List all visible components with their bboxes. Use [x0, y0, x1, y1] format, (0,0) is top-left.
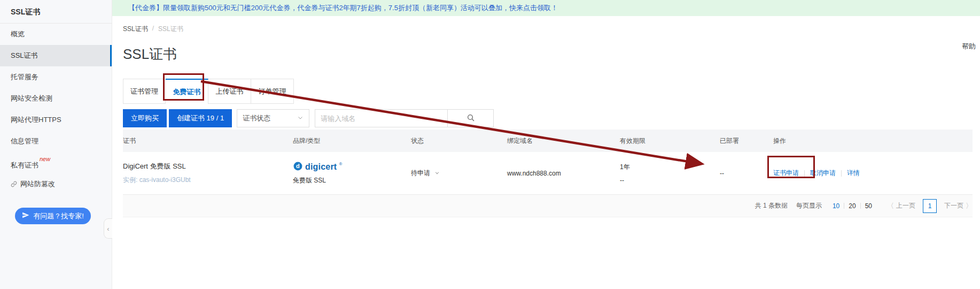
column-header-status: 状态: [411, 136, 507, 146]
registered-mark: ®: [339, 162, 342, 166]
brand-name: digicert: [305, 162, 337, 172]
status-value: 待申请: [411, 169, 430, 178]
sidebar: SSL证书 概览 SSL证书 托管服务 网站安全检测 网站代理HTTPS 信息管…: [0, 0, 112, 289]
promo-banner-text: 【代金券】限量领取新购500元和无门槛200元代金券，代金券与证书2年期7折起购…: [128, 4, 558, 12]
search-button[interactable]: [447, 110, 493, 127]
pagination-bar: 共 1 条数据 每页显示 10 20 50 〈 上一页 1 下一页 〉: [123, 195, 973, 217]
sidebar-item-hosting-service[interactable]: 托管服务: [0, 66, 112, 88]
domain-search-group: [315, 109, 494, 127]
action-divider: [841, 170, 842, 177]
link-icon: [11, 174, 17, 196]
action-divider: [804, 170, 805, 177]
current-page-indicator[interactable]: 1: [923, 199, 937, 213]
content-area: SSL证书 / SSL证书 帮助 SSL证书 证书管理 免费证书 上传证书 订单…: [112, 25, 980, 217]
sidebar-title: SSL证书: [0, 0, 112, 24]
sidebar-item-private-certificates[interactable]: 私有证书new: [0, 152, 112, 173]
breadcrumb-root[interactable]: SSL证书: [123, 25, 148, 34]
bound-domain: www.ndch888.com: [507, 170, 620, 177]
certificate-name: DigiCert 免费版 SSL: [123, 162, 293, 171]
sidebar-collapse-handle[interactable]: ‹: [104, 218, 112, 239]
digicert-logo-icon: d: [293, 161, 303, 173]
ask-expert-button[interactable]: 有问题？找专家!: [15, 208, 91, 224]
certificates-table: 证书 品牌/类型 状态 绑定域名 有效期限 已部署 操作 DigiCert 免费…: [123, 130, 973, 217]
breadcrumb-separator: /: [152, 25, 154, 34]
page-title: SSL证书: [123, 44, 973, 64]
tab-bar: 证书管理 免费证书 上传证书 订单管理: [123, 79, 973, 104]
buy-now-button[interactable]: 立即购买: [123, 109, 167, 127]
svg-text:d: d: [296, 163, 300, 169]
sidebar-item-site-proxy-https[interactable]: 网站代理HTTPS: [0, 109, 112, 131]
tab-free-certificates[interactable]: 免费证书: [166, 79, 208, 104]
certificate-instance-id: 实例: cas-ivauto-i3GUbt: [123, 176, 293, 185]
sidebar-item-ssl-certificates[interactable]: SSL证书: [0, 45, 112, 66]
chevron-left-icon: 〈: [887, 201, 894, 211]
new-badge: new: [40, 156, 50, 162]
column-header-bound-domain: 绑定域名: [507, 136, 620, 146]
validity-value: 1年: [620, 163, 720, 172]
previous-page-button[interactable]: 〈 上一页: [887, 201, 915, 211]
paper-plane-icon: [22, 211, 29, 220]
sidebar-item-info-management[interactable]: 信息管理: [0, 131, 112, 152]
chevron-left-icon: ‹: [107, 225, 109, 233]
cancel-application-link[interactable]: 取消申请: [810, 169, 836, 178]
total-count-text: 共 1 条数据: [755, 201, 788, 210]
domain-search-input[interactable]: [315, 110, 447, 127]
row-actions: 证书申请 取消申请 详情: [773, 169, 973, 178]
column-header-brand-type: 品牌/类型: [293, 136, 411, 146]
page-size-20[interactable]: 20: [844, 202, 860, 210]
toolbar: 立即购买 创建证书 19 / 1 证书状态: [123, 109, 973, 127]
brand-type: 免费版 SSL: [293, 176, 411, 185]
column-header-deployed: 已部署: [720, 136, 773, 146]
breadcrumb: SSL证书 / SSL证书: [123, 25, 973, 34]
deployed-value: --: [720, 170, 773, 177]
create-certificate-button[interactable]: 创建证书 19 / 1: [169, 109, 232, 127]
status-dropdown[interactable]: 待申请: [411, 169, 507, 178]
promo-banner[interactable]: 【代金券】限量领取新购500元和无门槛200元代金券，代金券与证书2年期7折起购…: [112, 0, 980, 16]
help-link[interactable]: 帮助: [962, 42, 976, 51]
search-icon: [466, 113, 475, 124]
column-header-actions: 操作: [773, 136, 973, 146]
validity-sub-value: --: [620, 177, 720, 184]
sidebar-nav: 概览 SSL证书 托管服务 网站安全检测 网站代理HTTPS 信息管理 私有证书…: [0, 24, 112, 195]
next-page-button[interactable]: 下一页 〉: [944, 201, 973, 211]
column-header-certificate: 证书: [123, 136, 293, 146]
page-size-10[interactable]: 10: [828, 202, 844, 210]
details-link[interactable]: 详情: [847, 169, 860, 178]
sidebar-item-anti-tamper[interactable]: 网站防篡改: [0, 173, 112, 195]
ssl-console-window: SSL证书 概览 SSL证书 托管服务 网站安全检测 网站代理HTTPS 信息管…: [0, 0, 980, 289]
per-page-label: 每页显示: [796, 201, 822, 210]
main-content: 【代金券】限量领取新购500元和无门槛200元代金券，代金券与证书2年期7折起购…: [112, 0, 980, 289]
sidebar-item-overview[interactable]: 概览: [0, 24, 112, 45]
column-header-validity: 有效期限: [620, 136, 720, 146]
certificate-status-filter[interactable]: 证书状态: [237, 109, 309, 127]
tab-cert-management[interactable]: 证书管理: [123, 79, 166, 104]
tab-order-management[interactable]: 订单管理: [251, 79, 294, 104]
chevron-down-icon: [434, 170, 440, 177]
table-header-row: 证书 品牌/类型 状态 绑定域名 有效期限 已部署 操作: [123, 130, 973, 152]
sidebar-item-site-security-check[interactable]: 网站安全检测: [0, 88, 112, 109]
table-row: DigiCert 免费版 SSL 实例: cas-ivauto-i3GUbt d: [123, 152, 973, 195]
tab-upload-certificate[interactable]: 上传证书: [208, 79, 251, 104]
chevron-down-icon: [297, 115, 304, 123]
apply-certificate-link[interactable]: 证书申请: [773, 169, 799, 178]
page-size-50[interactable]: 50: [861, 202, 876, 210]
breadcrumb-current: SSL证书: [158, 25, 183, 34]
chevron-right-icon: 〉: [966, 201, 973, 211]
